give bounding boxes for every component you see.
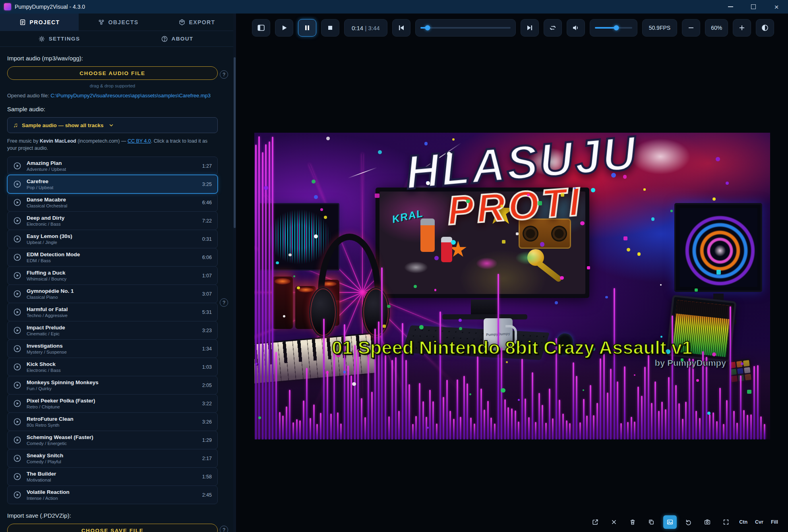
preview-canvas[interactable]: KRAL <box>254 133 770 439</box>
track-row[interactable]: Fluffing a Duck Whimsical / Bouncy 1:07 <box>7 266 218 285</box>
stop-button[interactable] <box>321 19 339 37</box>
close-button[interactable]: × <box>765 0 788 14</box>
play-circle-icon[interactable] <box>13 363 21 371</box>
loop-button[interactable] <box>544 19 562 37</box>
track-row[interactable]: Sneaky Snitch Comedy / Playful 2:17 <box>7 449 218 468</box>
tab-export[interactable]: EXPORT <box>157 14 236 31</box>
fit-contain-button[interactable]: Ctn <box>738 519 749 525</box>
fit-cover-button[interactable]: Cvr <box>754 519 765 525</box>
play-circle-icon[interactable] <box>13 198 21 207</box>
choose-save-file-button[interactable]: CHOOSE SAVE FILE <box>7 524 218 532</box>
track-row[interactable]: Carefree Pop / Upbeat 3:25 <box>7 175 218 193</box>
help-tracks-icon[interactable]: ? <box>220 298 228 307</box>
play-circle-icon[interactable] <box>13 381 21 389</box>
tab-objects[interactable]: OBJECTS <box>79 14 157 31</box>
scrollbar-thumb[interactable] <box>234 57 236 228</box>
track-genre: Cinematic / Epic <box>27 331 197 336</box>
play-circle-icon[interactable] <box>13 326 21 335</box>
track-row[interactable]: Monkeys Spinning Monkeys Fun / Quirky 2:… <box>7 376 218 395</box>
track-row[interactable]: Scheming Weasel (Faster) Comedy / Energe… <box>7 431 218 449</box>
fullscreen-button[interactable] <box>719 515 733 529</box>
maximize-icon <box>751 4 756 9</box>
track-title: Easy Lemon (30s) <box>27 233 197 239</box>
duplicate-button[interactable] <box>645 515 658 529</box>
play-circle-icon[interactable] <box>13 491 21 499</box>
skip-end-button[interactable] <box>521 19 539 37</box>
zoom-level-display: 60% <box>705 19 728 37</box>
track-duration: 1:27 <box>202 163 212 169</box>
opened-audio-file-path[interactable]: C:\PumpyDumpy2Visual\resources\app\asset… <box>50 93 211 99</box>
background-image-button[interactable] <box>663 515 677 529</box>
export-icon <box>178 19 186 26</box>
sidebar-scrollbar[interactable] <box>233 14 236 532</box>
play-circle-icon[interactable] <box>13 162 21 170</box>
fit-fill-button[interactable]: Fill <box>770 519 779 525</box>
play-circle-icon[interactable] <box>13 454 21 462</box>
toggle-sidebar-button[interactable] <box>252 19 270 37</box>
zoom-in-button[interactable] <box>733 19 751 37</box>
play-circle-icon[interactable] <box>13 217 21 225</box>
volume-slider-knob[interactable] <box>614 25 619 31</box>
play-circle-icon[interactable] <box>13 472 21 481</box>
maximize-button[interactable] <box>742 0 765 14</box>
track-genre: Motivational <box>27 478 197 482</box>
delete-button[interactable] <box>626 515 639 529</box>
track-row[interactable]: Deep and Dirty Electronic / Bass 7:22 <box>7 211 218 230</box>
help-audio-icon[interactable]: ? <box>220 70 228 79</box>
seek-slider-track[interactable] <box>420 27 511 29</box>
undo-button[interactable] <box>682 515 695 529</box>
titlebar[interactable]: PumpyDumpy2Visual - 4.3.0 × <box>0 0 788 14</box>
tab-project[interactable]: PROJECT <box>0 14 79 31</box>
play-circle-icon[interactable] <box>13 418 21 426</box>
track-row[interactable]: Impact Prelude Cinematic / Epic 3:23 <box>7 321 218 340</box>
track-row[interactable]: Gymnopédie No. 1 Classical Piano 3:07 <box>7 284 218 303</box>
project-icon <box>19 19 26 26</box>
play-circle-icon[interactable] <box>13 290 21 298</box>
volume-button[interactable] <box>567 19 585 37</box>
play-circle-icon[interactable] <box>13 253 21 261</box>
track-row[interactable]: Investigations Mystery / Suspense 1:34 <box>7 339 218 358</box>
play-circle-icon[interactable] <box>13 399 21 408</box>
track-row[interactable]: Harmful or Fatal Techno / Aggressive 5:3… <box>7 303 218 321</box>
track-row[interactable]: The Builder Motivational 1:58 <box>7 467 218 486</box>
copy-icon <box>648 518 655 526</box>
seek-slider[interactable] <box>415 19 516 37</box>
minimize-button[interactable] <box>719 0 742 14</box>
track-row[interactable]: Kick Shock Electronic / Bass 1:03 <box>7 358 218 376</box>
volume-slider-track[interactable] <box>595 27 632 29</box>
pause-button[interactable] <box>298 19 316 37</box>
seek-slider-knob[interactable] <box>425 25 430 31</box>
choose-audio-file-button[interactable]: CHOOSE AUDIO FILE <box>7 66 218 80</box>
theme-contrast-button[interactable] <box>756 19 774 37</box>
license-link[interactable]: CC BY 4.0 <box>128 138 151 144</box>
open-external-button[interactable] <box>589 515 602 529</box>
track-row[interactable]: Pixel Peeker Polka (Faster) Retro / Chip… <box>7 394 218 413</box>
sample-audio-toggle[interactable]: ♫ Sample audio — show all tracks <box>7 117 218 133</box>
play-button[interactable] <box>275 19 293 37</box>
zoom-out-button[interactable] <box>682 19 700 37</box>
track-row[interactable]: Easy Lemon (30s) Upbeat / Jingle 0:31 <box>7 230 218 248</box>
track-genre: Intense / Action <box>27 496 197 501</box>
clear-button[interactable] <box>607 515 621 529</box>
skip-start-button[interactable] <box>392 19 410 37</box>
help-save-icon[interactable]: ? <box>220 526 228 532</box>
track-row[interactable]: EDM Detection Mode EDM / Bass 6:06 <box>7 248 218 267</box>
track-row[interactable]: RetroFuture Clean 80s Retro Synth 3:26 <box>7 412 218 431</box>
play-circle-icon[interactable] <box>13 180 21 188</box>
play-circle-icon[interactable] <box>13 308 21 316</box>
track-row[interactable]: Volatile Reaction Intense / Action 2:45 <box>7 486 218 504</box>
play-circle-icon[interactable] <box>13 271 21 280</box>
play-icon <box>280 24 288 32</box>
track-duration: 6:46 <box>202 200 212 205</box>
track-row[interactable]: Danse Macabre Classical Orchestral 6:46 <box>7 193 218 212</box>
snapshot-button[interactable] <box>701 515 714 529</box>
tab-about[interactable]: ABOUT <box>118 31 236 46</box>
play-circle-icon[interactable] <box>13 344 21 353</box>
time-display: 0:14 | 3:44 <box>344 19 387 37</box>
play-circle-icon[interactable] <box>13 436 21 444</box>
play-circle-icon[interactable] <box>13 235 21 243</box>
volume-slider[interactable] <box>590 19 637 37</box>
track-row[interactable]: Amazing Plan Adventure / Upbeat 1:27 <box>7 157 218 175</box>
tab-settings[interactable]: SETTINGS <box>0 31 118 46</box>
volume-slider-fill <box>595 27 617 29</box>
